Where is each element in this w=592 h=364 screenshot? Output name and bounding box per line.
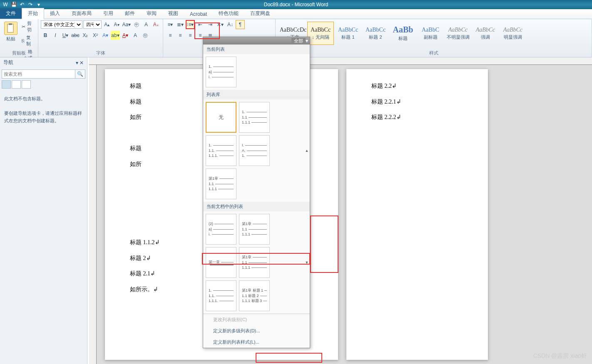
- watermark: CSDN @霹雳 xiao虾: [533, 352, 587, 360]
- superscript-button[interactable]: X²: [91, 31, 100, 40]
- align-right-button[interactable]: ≡: [186, 31, 195, 40]
- tab-baidu[interactable]: 百度网盘: [244, 8, 276, 19]
- save-button[interactable]: 💾: [10, 1, 17, 8]
- underline-button[interactable]: U▾: [61, 31, 70, 40]
- style-↓ 无间隔[interactable]: AaBbCc↓ 无间隔: [307, 22, 334, 45]
- phonetic-guide-button[interactable]: ㊥: [132, 20, 141, 29]
- page-2[interactable]: 标题 2.2↲标题 2.2.1↲标题 2.2.2↲: [346, 69, 488, 360]
- tab-acrobat[interactable]: Acrobat: [184, 10, 213, 19]
- nav-view-headings[interactable]: [2, 80, 11, 89]
- numbering-button[interactable]: ≣▾: [176, 20, 185, 29]
- ruler-vertical[interactable]: [89, 65, 97, 364]
- list-preset[interactable]: 1.a)i.: [206, 57, 236, 87]
- strikethrough-button[interactable]: abc: [71, 31, 80, 40]
- tab-view[interactable]: 视图: [162, 8, 184, 19]
- style-标题 1[interactable]: AaBbCc标题 1: [335, 22, 361, 45]
- italic-button[interactable]: I: [51, 31, 60, 40]
- undo-button[interactable]: ↶: [18, 1, 26, 8]
- list-preset[interactable]: 无: [206, 102, 236, 133]
- tab-special[interactable]: 特色功能: [213, 8, 244, 19]
- redo-button[interactable]: ↷: [27, 1, 34, 8]
- navigation-pane: 导航 ▾ ✕ 🔍 此文档不包含标题。 要创建导航选项卡，请通过应用标题样式在您的…: [0, 57, 87, 364]
- char-border-button[interactable]: A: [142, 20, 150, 29]
- tab-mailings[interactable]: 邮件: [119, 8, 141, 19]
- cut-button[interactable]: ✂剪切: [21, 20, 35, 33]
- enclose-char-button[interactable]: ㊞: [141, 31, 150, 40]
- group-label: 字体: [38, 50, 163, 56]
- list-preset[interactable]: 第一章: [206, 247, 236, 278]
- style-标题[interactable]: AaBb标题: [390, 22, 416, 45]
- style-不明显强调[interactable]: AaBbCc不明显强调: [445, 22, 471, 45]
- tab-home[interactable]: 开始: [22, 8, 44, 19]
- nav-view-pages[interactable]: [12, 80, 21, 89]
- list-preset[interactable]: (2)a)i.: [206, 214, 236, 245]
- align-center-button[interactable]: ≡: [176, 31, 185, 40]
- font-color-button[interactable]: A▾: [121, 31, 130, 40]
- text-effects-button[interactable]: A▾: [101, 31, 110, 40]
- ribbon-tabs: 文件 开始 插入 页面布局 引用 邮件 审阅 视图 Acrobat 特色功能 百…: [0, 9, 592, 19]
- style-明显强调[interactable]: AaBbCc明显强调: [500, 22, 526, 45]
- list-preset[interactable]: I.A.1.: [239, 135, 270, 166]
- qat-more-icon[interactable]: ▾: [35, 1, 42, 8]
- increase-indent-button[interactable]: ⇥: [206, 20, 215, 29]
- font-size-combo[interactable]: 四号: [83, 20, 102, 29]
- highlight-button[interactable]: ab▾: [111, 31, 120, 40]
- list-preset[interactable]: 第1章 标题 11.1 标题 21.1.1 标题 3: [239, 280, 270, 311]
- nav-search: 🔍: [2, 69, 85, 79]
- dd-define-new-multilevel[interactable]: 定义新的多级列表(D)...: [203, 325, 310, 337]
- list-preset[interactable]: 第1章1.11.1.1: [206, 168, 236, 199]
- scroll-down-icon[interactable]: ▼: [304, 211, 310, 314]
- tab-layout[interactable]: 页面布局: [66, 8, 97, 19]
- change-case-button[interactable]: Aa▾: [122, 20, 131, 29]
- tab-review[interactable]: 审阅: [141, 8, 162, 19]
- bullets-button[interactable]: ≡▾: [166, 20, 175, 29]
- dd-filter-all[interactable]: 全部: [291, 38, 306, 44]
- nav-dropdown-icon[interactable]: ▾ ✕: [76, 60, 84, 66]
- nav-message-2: 要创建导航选项卡，请通过应用标题样式在您的文档中创建标题。: [4, 110, 83, 124]
- list-preset[interactable]: 第1章1.11.1.1: [239, 214, 270, 245]
- bold-button[interactable]: B: [41, 31, 50, 40]
- align-left-button[interactable]: ≡: [166, 31, 175, 40]
- sort-button[interactable]: A↓: [226, 20, 235, 29]
- group-styles: AaBbCcDc↓ 正文AaBbCc↓ 无间隔AaBbCc标题 1AaBbCc标…: [276, 19, 592, 57]
- search-input[interactable]: [2, 69, 75, 79]
- style-强调[interactable]: AaBbCc强调: [472, 22, 499, 45]
- group-clipboard: 粘贴 ✂剪切 ⎘复制 🖌格式刷 剪贴板: [0, 19, 38, 57]
- group-font: 宋体 (中文正文) 四号 A▴ A▾ Aa▾ ㊥ A Aₓ B I U▾ abc…: [38, 19, 163, 57]
- font-name-combo[interactable]: 宋体 (中文正文): [41, 20, 82, 29]
- word-icon[interactable]: W: [2, 1, 9, 8]
- dd-section-library: 列表库: [203, 90, 310, 99]
- ruler-horizontal[interactable]: [89, 57, 592, 65]
- list-preset[interactable]: 1.1.11.1.1: [239, 102, 270, 133]
- group-label: 剪贴板: [0, 50, 38, 56]
- window-title: Doc89.docx - Microsoft Word: [264, 2, 328, 7]
- show-marks-button[interactable]: ¶: [236, 20, 245, 29]
- list-preset[interactable]: 第1章1.11.1.1: [239, 247, 270, 278]
- list-preset[interactable]: 1.1.1.1.1.1.: [206, 280, 236, 311]
- tab-references[interactable]: 引用: [97, 8, 119, 19]
- asian-layout-button[interactable]: ✕▾: [216, 20, 225, 29]
- decrease-indent-button[interactable]: ⇤: [196, 20, 205, 29]
- style-副标题[interactable]: AaBbC副标题: [417, 22, 444, 45]
- nav-view-results[interactable]: [22, 80, 31, 89]
- tab-file[interactable]: 文件: [0, 8, 22, 19]
- nav-message-1: 此文档不包含标题。: [4, 95, 83, 103]
- scroll-up-icon[interactable]: ▲: [304, 99, 310, 202]
- grow-font-button[interactable]: A▴: [102, 20, 111, 29]
- nav-title: 导航: [3, 59, 13, 66]
- multilevel-list-dropdown: 全部▾ 当前列表 1.a)i. 列表库 无1.1.11.1.11.1.1.1.1…: [203, 37, 310, 348]
- copy-button[interactable]: ⎘复制: [21, 34, 35, 47]
- scissors-icon: ✂: [22, 24, 25, 30]
- shrink-font-button[interactable]: A▾: [112, 20, 121, 29]
- dd-define-new-style[interactable]: 定义新的列表样式(L)...: [203, 337, 310, 348]
- clear-format-button[interactable]: Aₓ: [152, 20, 160, 29]
- group-label: 样式: [276, 50, 592, 56]
- list-preset[interactable]: 1.1.1.1.1.1.: [206, 135, 236, 166]
- search-button[interactable]: 🔍: [75, 69, 85, 79]
- multilevel-list-button[interactable]: ⁝≡▾: [186, 20, 195, 29]
- subscript-button[interactable]: X₂: [81, 31, 90, 40]
- tab-insert[interactable]: 插入: [44, 8, 66, 19]
- char-shading-button[interactable]: A: [131, 31, 140, 40]
- document-area: 标题标题如所 标题如所 标题 1.1.2↲标题 2↲标题 2.1↲如所示。↲ 标…: [89, 57, 592, 364]
- style-标题 2[interactable]: AaBbCc标题 2: [362, 22, 389, 45]
